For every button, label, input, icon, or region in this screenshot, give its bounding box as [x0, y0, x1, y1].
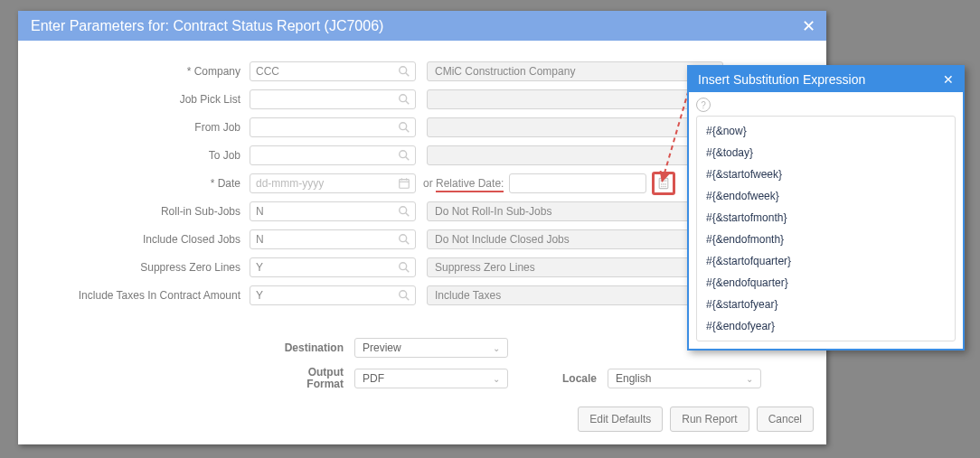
jobpicklist-desc — [427, 89, 723, 109]
expression-item[interactable]: #{&today} — [697, 142, 955, 164]
relative-date-input[interactable] — [509, 173, 646, 193]
rollin-desc: Do Not Roll-In Sub-Jobs — [427, 201, 723, 221]
date-placeholder: dd-mmm-yyyy — [256, 177, 324, 190]
tojob-input[interactable] — [250, 145, 416, 165]
svg-line-3 — [406, 100, 410, 104]
expression-item[interactable]: #{&endofmonth} — [697, 229, 955, 250]
fromjob-desc — [427, 117, 723, 137]
company-desc: CMiC Construction Company — [427, 61, 723, 81]
label-outputformat: OutputFormat — [18, 367, 354, 390]
company-value: CCC — [256, 65, 279, 78]
label-destination: Destination — [18, 341, 354, 354]
svg-point-17 — [661, 185, 663, 187]
rollin-input[interactable]: N — [250, 201, 416, 221]
cancel-button[interactable]: Cancel — [757, 407, 814, 432]
svg-point-24 — [400, 262, 407, 269]
expression-item[interactable]: #{&startofquarter} — [697, 250, 955, 272]
label-includetaxes: Include Taxes In Contract Amount — [18, 289, 250, 302]
panel-title: Enter Parameters for: Contract Status Re… — [31, 18, 383, 34]
includeclosed-input[interactable]: N — [250, 229, 416, 249]
run-report-button[interactable]: Run Report — [670, 407, 749, 432]
substitution-button[interactable] — [652, 172, 675, 195]
includeclosed-desc: Do Not Include Closed Jobs — [427, 229, 723, 249]
destination-select[interactable]: Preview ⌄ — [354, 338, 508, 358]
search-icon — [398, 205, 410, 218]
tojob-desc — [427, 145, 723, 165]
label-locale: Locale — [562, 372, 608, 385]
svg-point-14 — [661, 183, 663, 185]
svg-rect-13 — [661, 179, 667, 182]
close-icon[interactable]: ✕ — [943, 72, 954, 87]
label-includeclosed: Include Closed Jobs — [18, 233, 250, 246]
search-icon — [398, 65, 410, 78]
svg-line-1 — [406, 72, 410, 76]
chevron-down-icon: ⌄ — [746, 374, 753, 384]
label-jobpicklist: Job Pick List — [18, 93, 250, 106]
svg-line-21 — [406, 212, 410, 216]
jobpicklist-input[interactable] — [250, 89, 416, 109]
svg-line-7 — [406, 156, 410, 160]
company-input[interactable]: CCC — [250, 61, 416, 81]
svg-point-16 — [665, 183, 667, 185]
label-suppresszero: Suppress Zero Lines — [18, 261, 250, 274]
expression-item[interactable]: #{&endofquarter} — [697, 272, 955, 294]
svg-point-0 — [400, 66, 407, 73]
fromjob-input[interactable] — [250, 117, 416, 137]
svg-point-2 — [400, 94, 407, 101]
relative-date-label: or Relative Date: — [423, 177, 504, 190]
svg-line-27 — [406, 296, 410, 300]
search-icon — [398, 261, 410, 274]
chevron-down-icon: ⌄ — [493, 343, 500, 353]
label-fromjob: From Job — [18, 121, 250, 134]
expression-item[interactable]: #{&endofweek} — [697, 185, 955, 207]
popup-title: Insert Substitution Expression — [698, 72, 865, 87]
svg-line-25 — [406, 268, 410, 272]
edit-defaults-button[interactable]: Edit Defaults — [578, 407, 663, 432]
svg-point-6 — [400, 150, 407, 157]
locale-select[interactable]: English ⌄ — [608, 369, 761, 388]
svg-point-4 — [400, 122, 407, 129]
help-icon[interactable]: ? — [696, 98, 711, 112]
svg-point-26 — [400, 290, 407, 297]
search-icon — [398, 93, 410, 106]
date-input[interactable]: dd-mmm-yyyy — [250, 173, 416, 193]
calculator-icon — [657, 177, 670, 190]
label-company: Company — [18, 65, 250, 78]
label-date: Date — [18, 177, 250, 190]
expression-item[interactable]: #{&startofyear} — [697, 294, 955, 315]
close-icon[interactable]: ✕ — [802, 16, 815, 36]
outputformat-select[interactable]: PDF ⌄ — [354, 369, 508, 388]
expression-item[interactable]: #{&endofyear} — [697, 315, 955, 337]
svg-point-15 — [664, 183, 665, 185]
svg-point-19 — [665, 185, 667, 187]
label-tojob: To Job — [18, 149, 250, 162]
svg-point-18 — [664, 185, 665, 187]
chevron-down-icon: ⌄ — [493, 374, 500, 384]
includetaxes-input[interactable]: Y — [250, 285, 416, 305]
includetaxes-desc: Include Taxes — [427, 285, 723, 305]
search-icon — [398, 149, 410, 162]
calendar-icon — [398, 177, 410, 190]
suppresszero-desc: Suppress Zero Lines — [427, 257, 723, 277]
label-rollin: Roll-in Sub-Jobs — [18, 205, 250, 218]
svg-rect-8 — [400, 179, 410, 188]
svg-point-20 — [400, 206, 407, 213]
panel-header: Enter Parameters for: Contract Status Re… — [18, 11, 826, 41]
search-icon — [398, 121, 410, 134]
search-icon — [398, 289, 410, 302]
expression-item[interactable]: #{&now} — [697, 120, 955, 142]
search-icon — [398, 233, 410, 246]
popup-header: Insert Substitution Expression ✕ — [689, 67, 963, 92]
svg-line-23 — [406, 240, 410, 244]
substitution-popup: Insert Substitution Expression ✕ ? #{&no… — [687, 65, 965, 351]
expression-list: #{&now}#{&today}#{&startofweek}#{&endofw… — [696, 116, 956, 341]
svg-line-5 — [406, 128, 410, 132]
expression-item[interactable]: #{&startofmonth} — [697, 207, 955, 229]
svg-point-22 — [400, 234, 407, 241]
expression-item[interactable]: #{&startofweek} — [697, 164, 955, 185]
suppresszero-input[interactable]: Y — [250, 257, 416, 277]
